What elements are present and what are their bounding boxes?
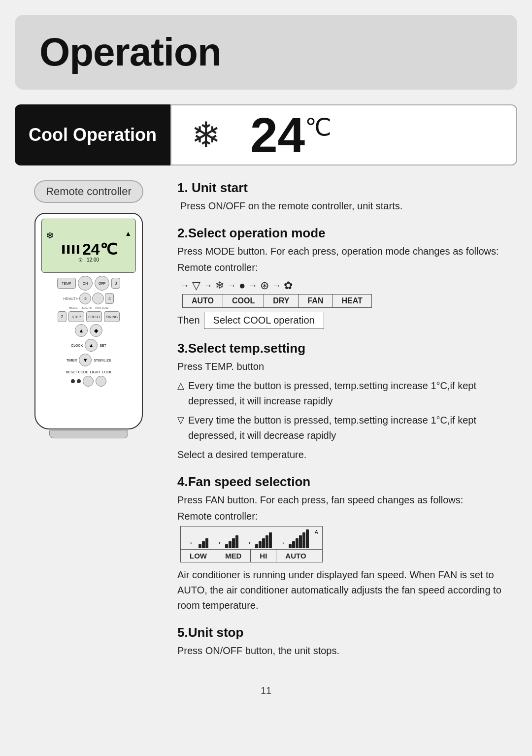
mode-diagram: → ▽ → ❄ → ● → ⊛ → ✿ AUTO COOL DRY xyxy=(180,279,517,308)
fan-arrow-lead: → xyxy=(185,538,196,548)
cool-operation-display: ❄ 24℃ xyxy=(170,104,517,165)
arrow2: → xyxy=(203,281,212,291)
fan-label-med: MED xyxy=(216,550,251,562)
fan-low-group xyxy=(199,538,210,548)
set-label: SET xyxy=(100,344,106,347)
then-text: Then xyxy=(177,315,200,326)
fan-vis-row: → → xyxy=(181,526,322,550)
remote-diamond-btn[interactable]: ◆ xyxy=(90,324,102,337)
select-temp-title: 3.Select temp.setting xyxy=(177,341,517,356)
press-temp-label: Press TEMP. button xyxy=(177,359,517,374)
remote-screen-top: ❄ ▲ xyxy=(44,230,133,241)
remote-circle2[interactable] xyxy=(96,376,106,387)
fan-diagram: → → xyxy=(180,526,323,562)
section-fan-speed: 4.Fan speed selection Press FAN button. … xyxy=(177,474,517,613)
remote-arrow: ▲ xyxy=(125,230,132,237)
lock-label: LOCK xyxy=(102,370,111,374)
section-select-mode: 2.Select operation mode Press MODE butto… xyxy=(177,226,517,329)
remote-2-btn: 2 xyxy=(58,311,66,322)
select-cool-box: Then Select COOL operation xyxy=(177,312,517,329)
section-unit-start: 1. Unit start Press ON/OFF on the remote… xyxy=(177,180,517,214)
temp-bullet1-text: Every time the button is pressed, temp.s… xyxy=(188,378,517,409)
fan-bar-a6 xyxy=(306,529,309,548)
airflow-label: AIRFLOW xyxy=(95,306,108,309)
fan-bar-m1 xyxy=(225,544,228,548)
header-section: Operation xyxy=(15,15,517,90)
health-label: HEALTH xyxy=(81,306,94,309)
remote-icons-row: ▲ ◆ xyxy=(41,324,136,337)
remote-bottom-row: RESET CODE LIGHT LOCK xyxy=(41,370,136,374)
remote-timer-row: TIMER ▼ STERILIZE xyxy=(41,354,136,366)
temp-value: 24 xyxy=(250,107,305,163)
remote-num4: 4 xyxy=(105,293,114,304)
arrow-right: → xyxy=(180,281,189,291)
remote-temp-btn[interactable]: TEMP xyxy=(57,278,76,289)
remote-stand xyxy=(49,430,128,438)
fan-speed-body: Press FAN button. For each press, fan sp… xyxy=(177,493,517,508)
remote-health-label: HEALTH xyxy=(64,296,79,301)
remote-down-btn[interactable]: ▼ xyxy=(79,354,92,366)
left-column: Remote controller ❄ ▲ ▐▐▐▐ 24℃ ② 12:00 xyxy=(15,175,163,670)
remote-dots-row xyxy=(41,376,136,387)
fan-bar-a4 xyxy=(299,535,302,548)
select-mode-title: 2.Select operation mode xyxy=(177,226,517,241)
remote-on-btn[interactable]: ON xyxy=(78,276,93,291)
mode-dry: DRY xyxy=(264,295,299,307)
triangle-up-icon: △ xyxy=(177,379,184,393)
timer-label: TIMER xyxy=(66,359,77,362)
fan-bar-a2 xyxy=(292,541,295,548)
dry-icon: ● xyxy=(239,279,245,292)
remote-sub-info: ② 12:00 xyxy=(78,257,99,263)
select-temp-label: Select a desired temperature. xyxy=(177,447,517,462)
remote-snowflake: ❄ xyxy=(46,230,54,241)
remote-clock-row: CLOCK ▲ SET xyxy=(41,339,136,352)
fan-auto-indicator: A xyxy=(314,529,318,535)
fan-bar-l3 xyxy=(205,538,208,548)
remote-circle1[interactable] xyxy=(83,376,94,387)
remote-up-btn[interactable]: ▲ xyxy=(75,324,88,337)
section-unit-stop: 5.Unit stop Press ON/OFF button, the uni… xyxy=(177,625,517,658)
fan-bar-m2 xyxy=(229,541,232,548)
remote-off-btn[interactable]: OFF xyxy=(95,276,109,291)
right-column: 1. Unit start Press ON/OFF on the remote… xyxy=(163,175,517,670)
fan-bar-l2 xyxy=(202,541,205,548)
mode-label: MODE xyxy=(69,306,80,309)
mode-auto: AUTO xyxy=(183,295,223,307)
fan-bar-h4 xyxy=(266,535,268,548)
remote-up2-btn[interactable]: ▲ xyxy=(85,339,98,352)
auto-icon: ▽ xyxy=(192,279,200,292)
fan-bar-m4 xyxy=(235,535,238,548)
remote-mode-labels: MODE HEALTH AIRFLOW xyxy=(41,306,136,309)
remote-step-btn[interactable]: STEP xyxy=(68,311,84,322)
fan-bar-h1 xyxy=(255,544,258,548)
fan-bar-a5 xyxy=(302,532,305,548)
fan-arrow-2: → xyxy=(213,538,222,548)
remote-screen-temp: 24℃ xyxy=(82,241,118,257)
section-select-temp: 3.Select temp.setting Press TEMP. button… xyxy=(177,341,517,462)
remote-fresh-btn[interactable]: FRESH xyxy=(86,311,102,322)
cool-operation-label: Cool Operation xyxy=(15,104,170,165)
remote-number-btn: 3 xyxy=(111,278,120,289)
remote-screen: ❄ ▲ ▐▐▐▐ 24℃ ② 12:00 xyxy=(41,219,136,273)
unit-start-title: 1. Unit start xyxy=(177,180,517,196)
remote-dot1 xyxy=(71,379,75,383)
light-label: LIGHT xyxy=(90,370,100,374)
fan-icon: ⊛ xyxy=(260,279,269,292)
temp-bullet2-text: Every time the button is pressed, temp.s… xyxy=(188,413,517,443)
fan-labels-row: LOW MED HI AUTO xyxy=(181,550,322,562)
temp-bullet1: △ Every time the button is pressed, temp… xyxy=(177,378,517,409)
main-title: Operation xyxy=(39,30,493,75)
triangle-down-icon: ▽ xyxy=(177,414,184,427)
remote-time: 12:00 xyxy=(87,257,99,263)
main-content: Remote controller ❄ ▲ ▐▐▐▐ 24℃ ② 12:00 xyxy=(15,175,517,670)
fan-bar-m3 xyxy=(232,538,235,548)
heat-icon: ✿ xyxy=(284,279,293,292)
fan-speed-body2: Air conditioner is running under display… xyxy=(177,567,517,613)
cool-operation-row: Cool Operation ❄ 24℃ xyxy=(15,104,517,165)
remote-temp-row: TEMP ON OFF 3 xyxy=(41,276,136,291)
temp-display: 24℃ xyxy=(250,110,332,160)
remote-swing-btn[interactable]: SWING xyxy=(104,311,120,322)
fan-bar-h5 xyxy=(269,532,272,548)
fan-arrow-3: → xyxy=(243,538,252,548)
temp-bullets: △ Every time the button is pressed, temp… xyxy=(177,378,517,443)
